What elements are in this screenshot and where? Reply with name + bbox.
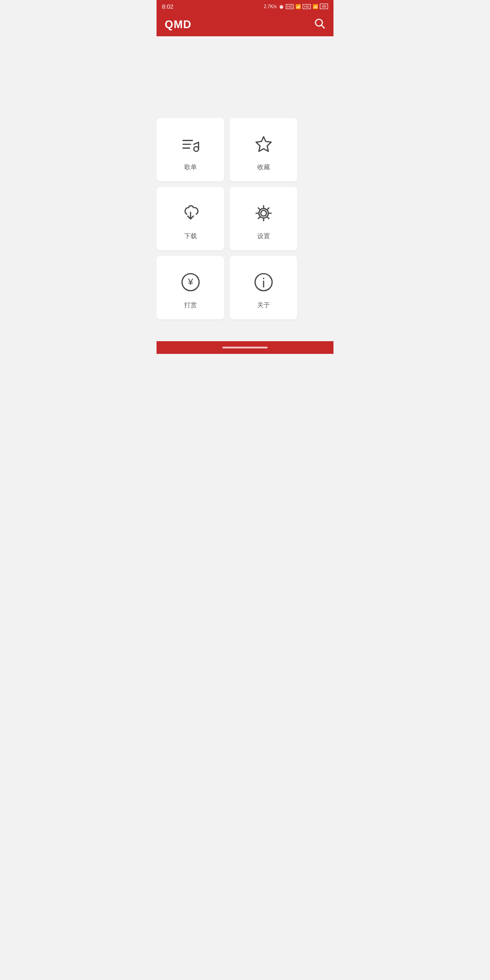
menu-grid: 歌单 收藏 下载 [157,118,297,319]
settings-label: 设置 [257,232,270,240]
settings-icon [251,201,276,226]
app-title: QMD [165,18,191,31]
home-indicator [222,347,268,348]
svg-point-5 [194,147,198,151]
playlist-label: 歌单 [184,163,197,172]
yen-icon: ¥ [178,270,203,295]
menu-item-tip[interactable]: ¥ 打赏 [157,256,224,319]
status-bar: 8:02 2.7K/s ⏰ HD 📶 HD 📶 49 [157,0,333,13]
info-icon [251,270,276,295]
battery-icon: 49 [320,4,328,9]
signal-icon-2: 📶 [313,4,318,9]
svg-line-1 [322,25,324,28]
app-header: QMD [157,13,333,36]
content-area: 歌单 收藏 下载 [157,118,333,354]
tip-label: 打赏 [184,301,197,309]
download-label: 下载 [184,232,197,240]
svg-marker-6 [256,137,271,151]
status-right-icons: 2.7K/s ⏰ HD 📶 HD 📶 49 [264,4,328,9]
bottom-navigation-bar [157,341,333,354]
svg-text:¥: ¥ [187,276,193,287]
menu-item-download[interactable]: 下载 [157,187,224,250]
about-label: 关于 [257,301,270,309]
menu-item-about[interactable]: 关于 [230,256,297,319]
signal-icon: 📶 [295,4,301,9]
svg-point-14 [263,278,264,279]
clock-icon: ⏰ [279,4,284,9]
hd-badge-2: HD [303,4,311,9]
music-list-icon [178,132,203,157]
status-time: 8:02 [162,3,173,10]
favorites-label: 收藏 [257,163,270,172]
menu-item-settings[interactable]: 设置 [230,187,297,250]
svg-point-8 [260,211,266,216]
menu-item-playlist[interactable]: 歌单 [157,118,224,181]
download-icon [178,201,203,226]
menu-item-favorites[interactable]: 收藏 [230,118,297,181]
network-speed: 2.7K/s [264,4,277,9]
star-icon [251,132,276,157]
search-button[interactable] [314,17,325,32]
hd-badge: HD [286,4,294,9]
